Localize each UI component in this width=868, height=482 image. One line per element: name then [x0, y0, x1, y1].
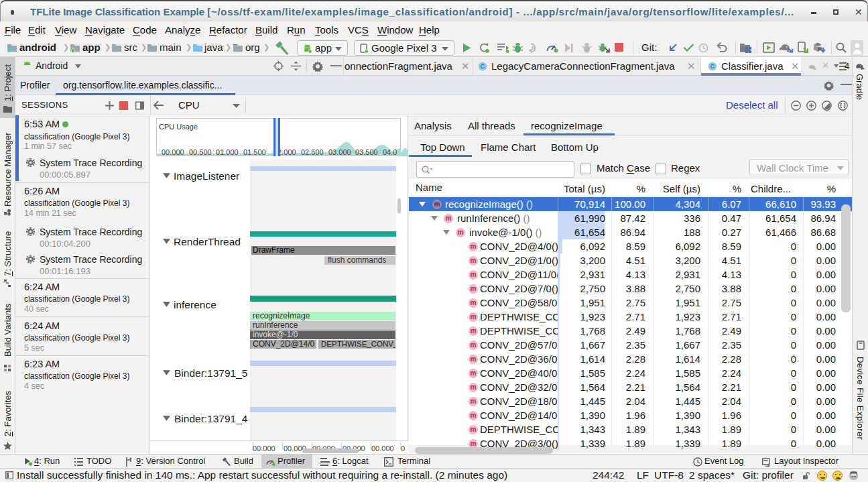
svg-text:C: C: [710, 63, 715, 70]
svg-text:C: C: [481, 63, 485, 70]
